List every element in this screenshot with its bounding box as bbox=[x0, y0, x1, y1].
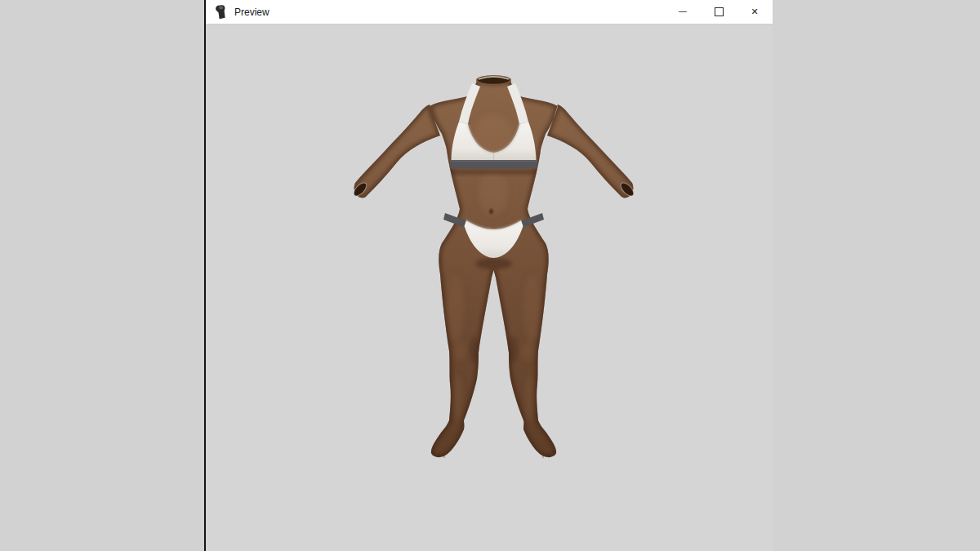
preview-window: Preview — ✕ bbox=[204, 0, 773, 551]
close-icon: ✕ bbox=[751, 7, 758, 16]
app-icon[interactable] bbox=[214, 4, 227, 20]
window-title: Preview bbox=[234, 7, 665, 18]
window-controls: — ✕ bbox=[665, 0, 773, 24]
mannequin-body-icon bbox=[215, 5, 226, 20]
neck-seam bbox=[476, 75, 511, 85]
preview-viewport[interactable] bbox=[206, 24, 773, 551]
minimize-icon: — bbox=[679, 7, 688, 16]
minimize-button[interactable]: — bbox=[665, 0, 701, 24]
close-button[interactable]: ✕ bbox=[737, 0, 773, 24]
body-model-render bbox=[350, 64, 637, 468]
title-bar[interactable]: Preview — ✕ bbox=[206, 0, 773, 24]
desktop-background: Preview — ✕ bbox=[0, 0, 980, 551]
maximize-icon bbox=[715, 7, 724, 16]
toe-lines bbox=[433, 451, 555, 458]
maximize-button[interactable] bbox=[701, 0, 737, 24]
